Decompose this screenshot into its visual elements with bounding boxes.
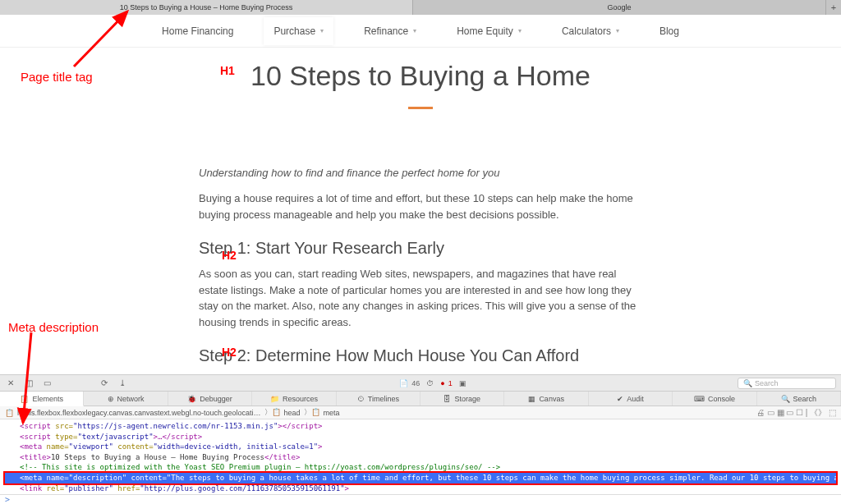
crumb-head[interactable]: head [284, 409, 301, 417]
chevron-down-icon: ▾ [616, 27, 619, 34]
intro-paragraph: Buying a house requires a lot of time an… [199, 190, 642, 222]
step2-heading: Step 2: Determine How Much House You Can… [199, 346, 642, 365]
close-icon[interactable]: ✕ [5, 378, 16, 389]
time-icon: ⏱ [426, 379, 434, 387]
panel-icon[interactable]: ▭ [41, 378, 53, 389]
tab-search[interactable]: 🔍 Search [757, 392, 841, 405]
console-prompt[interactable]: > [0, 494, 841, 504]
devtools-search[interactable]: 🔍 Search [738, 378, 836, 389]
article-body: Understanding how to find and finance th… [199, 167, 642, 365]
tab-elements[interactable]: 📋 Elements [0, 392, 84, 406]
tab-audit[interactable]: ✔ Audit [589, 392, 673, 405]
chevron-down-icon: ▾ [518, 27, 522, 34]
nav-home-financing[interactable]: Home Financing [152, 17, 243, 45]
tab-network[interactable]: ⊕ Network [84, 392, 168, 405]
tab-resources[interactable]: 📁 Resources [252, 392, 336, 405]
nav-blog[interactable]: Blog [650, 17, 689, 45]
subtitle: Understanding how to find and finance th… [199, 167, 642, 179]
page-h1: 10 Steps to Buying a Home [0, 60, 841, 92]
devtools-toolbar: ✕ ◫ ▭ ⟳ ⤓ 📄 46 ⏱ ● 1 ▣ 🔍 Search [0, 375, 841, 392]
browser-tab-other[interactable]: Google [413, 0, 826, 15]
main-nav: Home Financing Purchase▾ Refinance▾ Home… [0, 15, 841, 48]
tab-console[interactable]: ⌨ Console [673, 392, 756, 405]
nav-purchase[interactable]: Purchase▾ [264, 17, 333, 45]
divider [408, 107, 433, 109]
new-tab-button[interactable]: + [826, 0, 841, 15]
error-count[interactable]: ● 1 [440, 379, 452, 387]
crumb-tools[interactable]: 🖨 ▭ ▦ ▭ ☐ | 《》 ⬚ [756, 407, 836, 419]
nav-refinance[interactable]: Refinance▾ [354, 17, 426, 45]
tab-canvas[interactable]: ▦ Canvas [504, 392, 588, 405]
browser-tab-active[interactable]: 10 Steps to Buying a House – Home Buying… [0, 0, 413, 15]
chevron-down-icon: ▾ [320, 27, 324, 34]
reload-icon[interactable]: ⟳ [99, 378, 110, 389]
step1-heading: Step 1: Start Your Research Early [199, 239, 642, 258]
log-icon[interactable]: ▣ [459, 379, 466, 387]
crumb-html[interactable]: html​s.flexbox.flexboxlegacy.canvas.canv… [17, 409, 261, 417]
meta-description-line[interactable]: <meta name="description" content="The st… [5, 473, 836, 483]
crumb-meta[interactable]: meta [324, 409, 340, 417]
devtools-source[interactable]: <script src="https://js-agent.newrelic.c… [0, 419, 841, 495]
devtools-panel: ✕ ◫ ▭ ⟳ ⤓ 📄 46 ⏱ ● 1 ▣ 🔍 Search 📋 Elemen… [0, 374, 841, 504]
tab-storage[interactable]: 🗄 Storage [420, 392, 504, 405]
chevron-down-icon: ▾ [413, 27, 416, 34]
tab-timelines[interactable]: ⏲ Timelines [337, 392, 420, 405]
devtools-breadcrumb: 📋 html​s.flexbox.flexboxlegacy.canvas.ca… [0, 406, 841, 419]
doc-count: 📄 46 [399, 379, 420, 387]
page-content: 10 Steps to Buying a Home Understanding … [0, 48, 841, 365]
download-icon[interactable]: ⤓ [117, 378, 128, 389]
browser-tab-bar: 10 Steps to Buying a House – Home Buying… [0, 0, 841, 15]
devtools-tabs: 📋 Elements ⊕ Network 🐞 Debugger 📁 Resour… [0, 392, 841, 406]
tab-debugger[interactable]: 🐞 Debugger [168, 392, 252, 405]
nav-calculators[interactable]: Calculators▾ [552, 17, 629, 45]
dock-icon[interactable]: ◫ [23, 378, 34, 389]
nav-home-equity[interactable]: Home Equity▾ [447, 17, 531, 45]
step1-paragraph: As soon as you can, start reading Web si… [199, 266, 642, 330]
